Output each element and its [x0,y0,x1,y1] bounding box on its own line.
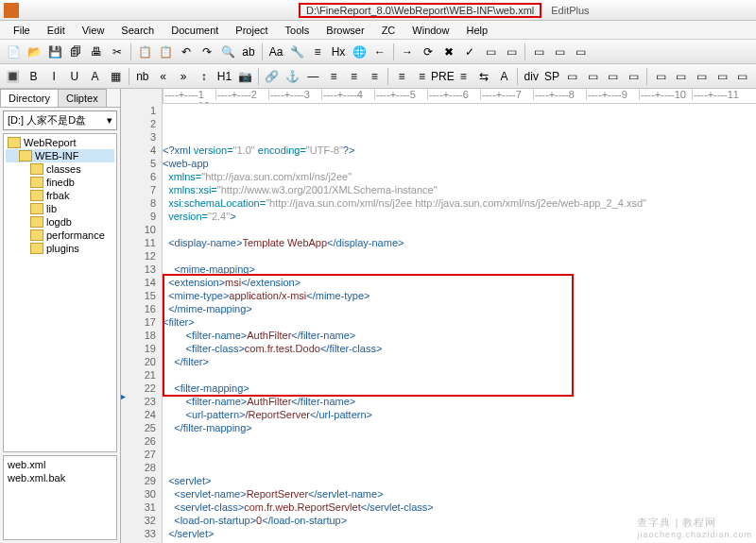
code-line[interactable]: xmlns:xsi="http://www.w3.org/2001/XMLSch… [163,183,756,196]
code-line[interactable]: </mime-mapping> [163,302,756,315]
toolbar-button-12[interactable]: 🔗 [263,67,282,86]
code-line[interactable]: <servlet> [163,474,756,487]
toolbar-button-6[interactable]: 📋 [135,42,154,61]
tree-item[interactable]: performance [6,229,114,242]
toolbar-button-23[interactable]: A [495,67,514,86]
toolbar-button-3[interactable]: U [65,67,84,86]
file-list[interactable]: web.xmlweb.xml.bak [3,455,117,540]
tree-item[interactable]: finedb [6,176,114,189]
tree-item[interactable]: lib [6,202,114,215]
toolbar-button-22[interactable]: ⇆ [474,67,493,86]
toolbar-button-28[interactable]: ▭ [604,67,623,86]
code-line[interactable]: <filter-class>com.fr.test.Dodo</filter-c… [163,342,756,355]
code-line[interactable]: <filter-name>AuthFilter</filter-name> [163,329,756,342]
tab-cliptext[interactable]: Cliptex [58,89,107,107]
tree-item[interactable]: classes [6,162,114,176]
toolbar-button-13[interactable]: 🔧 [287,42,306,61]
toolbar-button-16[interactable]: ≡ [345,67,364,86]
code-line[interactable]: <mime-mapping> [163,263,756,276]
code-line[interactable]: <web-app [163,157,756,170]
toolbar-button-14[interactable]: — [303,67,322,86]
code-line[interactable]: xsi:schemaLocation="http://java.sun.com/… [163,196,756,210]
toolbar-button-26[interactable]: ▭ [563,67,582,86]
tab-directory[interactable]: Directory [0,89,59,107]
toolbar-button-1[interactable]: 📂 [25,42,43,61]
toolbar-button-30[interactable]: ▭ [651,67,670,86]
code-line[interactable]: <extension>msi</extension> [163,276,756,289]
toolbar-button-7[interactable]: « [154,67,173,86]
code-line[interactable]: xmlns="http://java.sun.com/xml/ns/j2ee" [163,170,756,183]
toolbar-button-19[interactable]: ≡ [413,67,432,86]
toolbar-button-29[interactable]: ▭ [625,67,644,86]
toolbar-button-3[interactable]: 🗐 [66,42,85,61]
toolbar-button-18[interactable]: ≡ [392,67,411,86]
tree-item[interactable]: logdb [6,215,114,229]
toolbar-button-25[interactable]: ▭ [550,42,569,61]
toolbar-button-20[interactable]: PRE [433,67,452,86]
menu-document[interactable]: Document [163,23,226,38]
toolbar-button-18[interactable]: → [398,42,417,61]
menu-zc[interactable]: ZC [374,23,404,38]
toolbar-button-9[interactable]: ↕ [195,67,214,86]
toolbar-button-2[interactable]: I [44,67,63,86]
toolbar-button-10[interactable]: H1 [215,67,234,86]
toolbar-button-31[interactable]: ▭ [672,67,691,86]
menu-tools[interactable]: Tools [278,23,318,38]
code-area[interactable]: <?xml version="1.0" encoding="UTF-8"?><w… [163,89,756,543]
toolbar-button-0[interactable]: 🔳 [4,67,23,86]
toolbar-button-22[interactable]: ▭ [481,42,500,61]
code-line[interactable]: <filter-name>AuthFilter</filter-name> [163,395,756,408]
menu-edit[interactable]: Edit [40,23,73,38]
toolbar-button-0[interactable]: 📄 [4,42,23,61]
code-line[interactable] [163,461,756,474]
menu-project[interactable]: Project [228,23,275,38]
toolbar-button-1[interactable]: B [25,67,43,86]
toolbar-button-6[interactable]: nb [133,67,152,86]
toolbar-button-19[interactable]: ⟳ [419,42,438,61]
menu-window[interactable]: Window [404,23,456,38]
toolbar-button-12[interactable]: Aa [266,42,285,61]
toolbar-button-11[interactable]: ab [239,42,258,61]
code-editor[interactable]: ----+----1----+----2----+----3----+----4… [121,89,756,543]
code-line[interactable]: </filter> [163,355,756,368]
toolbar-button-15[interactable]: Hx [329,42,348,61]
menu-browser[interactable]: Browser [318,23,371,38]
toolbar-button-9[interactable]: ↷ [198,42,216,61]
toolbar-button-20[interactable]: ✖ [439,42,458,61]
toolbar-button-24[interactable]: div [522,67,541,86]
code-line[interactable]: <filter> [163,315,756,329]
toolbar-button-21[interactable]: ≡ [454,67,472,86]
tree-item[interactable]: plugins [6,242,114,255]
tree-item[interactable]: frbak [6,189,114,202]
code-line[interactable]: <display-name>Template WebApp</display-n… [163,236,756,249]
file-item[interactable]: web.xml.bak [8,471,112,484]
toolbar-button-10[interactable]: 🔍 [218,42,237,61]
drive-selector[interactable]: [D:] 人家不是D盘 ▾ [3,110,117,130]
toolbar-button-8[interactable]: ↶ [177,42,196,61]
code-line[interactable]: <servlet-name>ReportServer</servlet-name… [163,487,756,501]
tree-item[interactable]: WebReport [6,136,114,149]
code-line[interactable]: <mime-type>application/x-msi</mime-type> [163,289,756,302]
code-line[interactable]: <servlet-class>com.fr.web.ReportServlet<… [163,501,756,514]
toolbar-button-25[interactable]: SP [542,67,561,86]
menu-view[interactable]: View [75,23,112,38]
code-line[interactable]: </filter-mapping> [163,421,756,434]
menu-help[interactable]: Help [458,23,495,38]
toolbar-button-32[interactable]: ▭ [693,67,712,86]
toolbar-button-15[interactable]: ≡ [324,67,343,86]
toolbar-button-33[interactable]: ▭ [713,67,731,86]
toolbar-button-23[interactable]: ▭ [502,42,521,61]
toolbar-button-4[interactable]: 🖶 [87,42,106,61]
toolbar-button-11[interactable]: 📷 [235,67,254,86]
code-line[interactable]: version="2.4"> [163,210,756,223]
toolbar-button-16[interactable]: 🌐 [350,42,369,61]
toolbar-button-2[interactable]: 💾 [45,42,64,61]
toolbar-button-5[interactable]: ▦ [106,67,125,86]
tree-item[interactable]: WEB-INF [6,149,114,162]
toolbar-button-26[interactable]: ▭ [571,42,590,61]
code-line[interactable]: <?xml version="1.0" encoding="UTF-8"?> [163,144,756,157]
code-line[interactable] [163,249,756,263]
code-line[interactable] [163,368,756,382]
file-item[interactable]: web.xml [8,458,112,471]
toolbar-button-34[interactable]: ▭ [733,67,752,86]
